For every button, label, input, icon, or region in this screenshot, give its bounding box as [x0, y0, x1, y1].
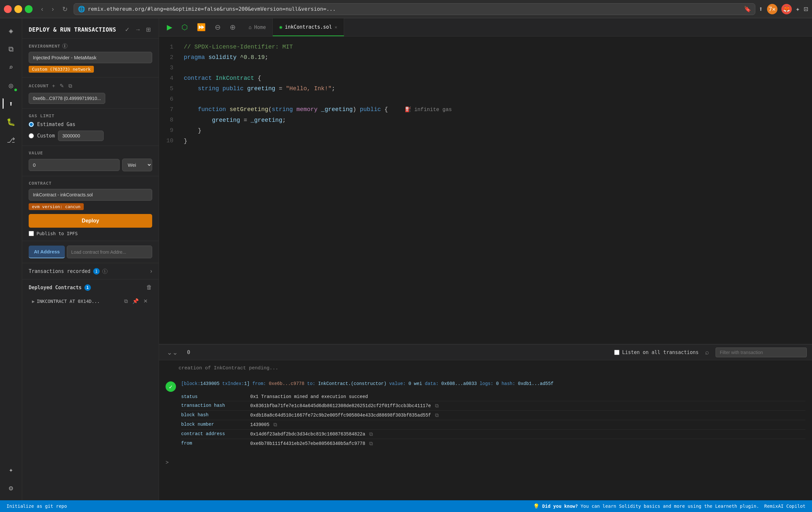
status-left: Initialize as git repo: [6, 504, 528, 509]
run-button[interactable]: ▶: [164, 21, 175, 34]
extension2-icon[interactable]: 🦊: [781, 4, 792, 14]
stop-button[interactable]: ⬡: [179, 21, 190, 34]
listen-row: Listen on all transactions: [614, 350, 699, 355]
plugins-icon: ✦: [9, 466, 13, 474]
tx-row-hash: transaction hash 0x8361bfba71fe7e1c84a64…: [181, 401, 806, 411]
copy-block-hash-button[interactable]: ⧉: [434, 412, 440, 418]
trash-deployed-button[interactable]: 🗑: [146, 284, 152, 291]
titlebar: ‹ › ↻ 🌐 remix.ethereum.org/#lang=en&opti…: [0, 0, 812, 18]
custom-gas-radio[interactable]: [29, 133, 34, 139]
copy-contract-button[interactable]: ⧉: [123, 298, 129, 305]
contract-section: CONTRACT InkContract - inkContracts.sol …: [22, 176, 159, 241]
gas-limit-section: GAS LIMIT Estimated Gas Custom: [22, 109, 159, 146]
panel-title: DEPLOY & RUN TRANSACTIONS: [29, 26, 116, 33]
sidebar-item-files[interactable]: ⧉: [3, 40, 20, 57]
sidebar-item-deploy[interactable]: ⬆: [3, 95, 20, 112]
tx-main: [block:1439005 txIndex:1] from: 0xe6b...…: [181, 380, 806, 448]
value-section: VALUE Wei Gwei Finney Ether: [22, 146, 159, 176]
icon-sidebar: ◈ ⧉ ⌕ ◎ ⬆ 🐛 ⎇ ✦ ⚙: [0, 18, 22, 500]
deployed-contract-item[interactable]: ▶ INKCONTRACT AT 0X14D... ⧉ 📌 ✕: [29, 295, 152, 307]
home-tab[interactable]: ⌂ Home: [242, 18, 273, 36]
copy-tx-hash-button[interactable]: ⧉: [434, 403, 440, 409]
check-action-button[interactable]: ✓: [123, 25, 131, 34]
at-address-button[interactable]: At Address: [29, 246, 65, 258]
minimize-button[interactable]: [14, 5, 22, 13]
transactions-info-icon[interactable]: i: [102, 269, 108, 274]
bottom-expand-button[interactable]: ⌄⌄: [164, 347, 180, 358]
extension3-icon[interactable]: ✦: [796, 5, 800, 13]
deploy-button[interactable]: Deploy: [29, 214, 152, 228]
filter-input[interactable]: [716, 348, 807, 357]
close-button[interactable]: [4, 5, 12, 13]
at-address-row: At Address Load contract from Addre...: [29, 246, 152, 258]
gas-limit-options: Estimated Gas Custom: [29, 121, 152, 141]
account-select[interactable]: 0xe6b...C9778 (0.49999719910...: [29, 93, 105, 104]
tab-bar: ⌂ Home ◉ inkContracts.sol ✕: [242, 18, 807, 36]
edit-account-button[interactable]: ✎: [58, 82, 65, 90]
maximize-button[interactable]: [25, 5, 33, 13]
load-contract-button[interactable]: Load contract from Addre...: [67, 246, 152, 258]
code-line-4: contract InkContract {: [184, 73, 806, 83]
sidebar-item-search[interactable]: ⌕: [3, 59, 20, 76]
share-icon[interactable]: ⬆: [759, 5, 763, 13]
block-hash-value: 0xdb18a8c64d510c1667fe72c9b2e005ffc90580…: [250, 412, 806, 418]
ink-contracts-tab-close[interactable]: ✕: [335, 24, 337, 30]
environment-select[interactable]: Injected Provider - MetaMask: [29, 52, 152, 63]
publish-ipfs-checkbox[interactable]: [29, 231, 34, 236]
split-action-button[interactable]: ⊞: [145, 25, 152, 34]
address-bar[interactable]: 🌐 remix.ethereum.org/#lang=en&optimize=f…: [74, 3, 755, 15]
sidebar-item-remix-logo[interactable]: ◈: [3, 22, 20, 39]
copy-from-button[interactable]: ⧉: [368, 441, 374, 447]
listen-checkbox[interactable]: [614, 350, 619, 355]
nav-back-button[interactable]: ‹: [38, 4, 46, 14]
transactions-count-badge: 1: [93, 268, 100, 275]
environment-info-icon[interactable]: i: [62, 43, 67, 49]
pin-contract-button[interactable]: 📌: [131, 297, 140, 305]
code-line-8: greeting = _greeting;: [184, 115, 806, 125]
run-script-button[interactable]: ⏩: [194, 21, 208, 34]
deployed-count-badge: 1: [84, 284, 91, 291]
listen-label: Listen on all transactions: [622, 350, 699, 355]
sidebar-item-git[interactable]: ⎇: [3, 131, 20, 149]
copy-account-button[interactable]: ⧉: [67, 82, 73, 90]
sidebar-item-solidity[interactable]: ◎: [3, 77, 20, 94]
add-account-button[interactable]: +: [51, 82, 56, 90]
debug-icon: 🐛: [6, 118, 15, 126]
filter-search-icon[interactable]: ⌕: [702, 347, 712, 357]
editor-toolbar: ▶ ⬡ ⏩ ⊖ ⊕ ⌂ Home ◉ inkContracts.sol ✕: [159, 18, 812, 36]
arrow-action-button[interactable]: →: [134, 25, 142, 34]
nav-refresh-button[interactable]: ↻: [60, 4, 70, 14]
transactions-header: Transactions recorded 1 i ›: [29, 268, 152, 275]
at-address-section: At Address Load contract from Addre...: [22, 241, 159, 263]
code-content[interactable]: // SPDX-License-Identifier: MIT pragma s…: [177, 36, 812, 344]
contract-select[interactable]: InkContract - inkContracts.sol: [29, 189, 152, 201]
extension1-icon[interactable]: 7✕: [767, 4, 778, 14]
sidebar-item-debug[interactable]: 🐛: [3, 113, 20, 130]
sol-file-icon: ◉: [279, 24, 282, 30]
code-line-6: [184, 94, 806, 104]
deployed-header: Deployed Contracts 1 🗑: [29, 284, 152, 291]
custom-gas-label: Custom: [37, 133, 55, 139]
close-contract-button[interactable]: ✕: [142, 297, 149, 305]
value-input[interactable]: [29, 159, 120, 171]
copy-block-number-button[interactable]: ⧉: [272, 422, 278, 428]
copy-contract-address-button[interactable]: ⧉: [368, 431, 374, 437]
contract-chevron-icon: ▶: [32, 299, 34, 304]
zoom-out-button[interactable]: ⊖: [212, 21, 223, 34]
custom-gas-input[interactable]: [58, 130, 104, 141]
layout-icon[interactable]: ⊡: [804, 5, 808, 13]
sidebar-item-settings[interactable]: ⚙: [3, 479, 20, 496]
files-icon: ⧉: [8, 45, 14, 53]
nav-forward-button[interactable]: ›: [49, 4, 57, 14]
zoom-in-button[interactable]: ⊕: [227, 21, 238, 34]
account-section: ACCOUNT + ✎ ⧉ 0xe6b...C9778 (0.499997199…: [22, 78, 159, 109]
ink-contracts-tab[interactable]: ◉ inkContracts.sol ✕: [273, 18, 344, 36]
estimated-gas-radio[interactable]: [29, 122, 34, 127]
tx-header-line: [block:1439005 txIndex:1] from: 0xe6b...…: [181, 380, 806, 387]
transactions-expand-button[interactable]: ›: [150, 268, 152, 275]
sidebar-item-plugins[interactable]: ✦: [3, 461, 20, 478]
contract-address-value: 0x14d6f23abdf2bdc3d34cbc819c160876358482…: [250, 431, 806, 437]
code-line-7: function setGreeting(string memory _gree…: [184, 104, 806, 115]
panel-header: DEPLOY & RUN TRANSACTIONS ✓ → ⊞: [22, 18, 159, 39]
unit-select[interactable]: Wei Gwei Finney Ether: [122, 159, 152, 171]
